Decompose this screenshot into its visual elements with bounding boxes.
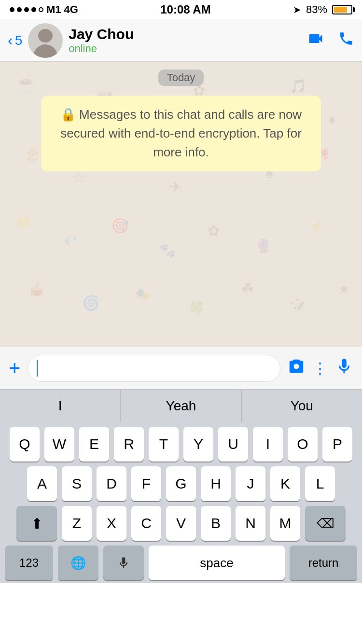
key-U[interactable]: U: [218, 427, 248, 462]
chat-content: Today 🔒 Messages to this chat and calls …: [0, 62, 362, 179]
dot3: [24, 7, 29, 12]
status-left: M1 4G: [10, 3, 78, 16]
key-S[interactable]: S: [62, 466, 92, 501]
keyboard-row-1: Q W E R T Y U I O P: [3, 427, 359, 462]
return-key[interactable]: return: [290, 546, 357, 580]
message-input-wrap[interactable]: [28, 355, 280, 382]
nav-bar: ‹ 5 Jay Chou online: [0, 19, 362, 62]
keyboard-row-3: ⬆ Z X C V B N M ⌫: [3, 506, 359, 541]
network-label: 4G: [64, 3, 78, 16]
status-bar: M1 4G 10:08 AM ➤ 83%: [0, 0, 362, 19]
signal-dots: [10, 7, 43, 12]
shift-key[interactable]: ⬆: [16, 506, 57, 541]
key-K[interactable]: K: [270, 466, 300, 501]
avatar-body: [33, 44, 57, 58]
date-badge: Today: [158, 70, 204, 86]
encryption-notice[interactable]: 🔒 Messages to this chat and calls are no…: [41, 96, 321, 171]
back-count-label: 5: [15, 33, 23, 48]
contact-info: Jay Chou online: [69, 26, 301, 55]
dot5: [39, 7, 43, 12]
autocomplete-item-you[interactable]: You: [242, 390, 362, 422]
input-bar: + ⋮: [0, 347, 362, 389]
key-J[interactable]: J: [236, 466, 265, 501]
voice-message-button[interactable]: [335, 357, 353, 379]
autocomplete-item-yeah[interactable]: Yeah: [121, 390, 241, 422]
dot4: [31, 7, 36, 12]
status-right: ➤ 83%: [293, 3, 352, 16]
key-Z[interactable]: Z: [62, 506, 92, 541]
camera-button[interactable]: [287, 357, 306, 379]
delete-key[interactable]: ⌫: [305, 506, 346, 541]
key-T[interactable]: T: [149, 427, 179, 462]
more-options-button[interactable]: ⋮: [312, 359, 328, 378]
dot1: [10, 7, 14, 12]
text-cursor: [37, 360, 38, 377]
battery-percent: 83%: [306, 3, 327, 16]
battery-fill: [334, 7, 347, 13]
key-H[interactable]: H: [201, 466, 231, 501]
key-D[interactable]: D: [97, 466, 126, 501]
keyboard-row-4: 123 🌐 space return: [3, 546, 359, 580]
video-call-button[interactable]: [307, 30, 324, 51]
phone-call-button[interactable]: [338, 30, 354, 50]
keyboard-mic-key[interactable]: [103, 546, 144, 580]
key-C[interactable]: C: [131, 506, 161, 541]
key-N[interactable]: N: [236, 506, 265, 541]
chat-area: ☕ ★ 📷 ♥ ✿ ⭐ 🎵 ♦ 🎂 ☆ 🔔 ✈ 🌙 ♠ 🎀 🌟 💎 🎯 🐾 ✿ …: [0, 62, 362, 347]
autocomplete-bar: I Yeah You: [0, 389, 362, 422]
location-icon: ➤: [293, 4, 301, 15]
back-chevron-icon: ‹: [8, 31, 13, 49]
key-L[interactable]: L: [305, 466, 335, 501]
key-R[interactable]: R: [114, 427, 144, 462]
key-W[interactable]: W: [44, 427, 74, 462]
key-Y[interactable]: Y: [183, 427, 213, 462]
key-Q[interactable]: Q: [10, 427, 40, 462]
avatar: [28, 23, 63, 58]
key-A[interactable]: A: [27, 466, 57, 501]
key-G[interactable]: G: [166, 466, 196, 501]
contact-name: Jay Chou: [69, 26, 301, 42]
globe-key[interactable]: 🌐: [58, 546, 98, 580]
key-I[interactable]: I: [253, 427, 283, 462]
key-M[interactable]: M: [270, 506, 300, 541]
nav-icons: [307, 30, 354, 51]
key-V[interactable]: V: [166, 506, 196, 541]
key-O[interactable]: O: [288, 427, 318, 462]
space-key[interactable]: space: [149, 546, 285, 580]
avatar-head: [38, 29, 53, 42]
dot2: [17, 7, 22, 12]
key-P[interactable]: P: [322, 427, 352, 462]
numeric-key[interactable]: 123: [5, 546, 53, 580]
key-B[interactable]: B: [201, 506, 231, 541]
keyboard-row-2: A S D F G H J K L: [3, 466, 359, 501]
autocomplete-item-i[interactable]: I: [0, 390, 121, 422]
key-F[interactable]: F: [131, 466, 161, 501]
key-X[interactable]: X: [97, 506, 126, 541]
carrier-label: M1: [46, 3, 61, 16]
back-button[interactable]: ‹ 5: [8, 31, 22, 49]
keyboard: Q W E R T Y U I O P A S D F G H J K L ⬆ …: [0, 422, 362, 583]
contact-status: online: [69, 42, 301, 55]
add-attachment-button[interactable]: +: [9, 358, 21, 378]
key-E[interactable]: E: [79, 427, 109, 462]
time-label: 10:08 AM: [160, 3, 210, 16]
battery-icon: [332, 5, 352, 14]
